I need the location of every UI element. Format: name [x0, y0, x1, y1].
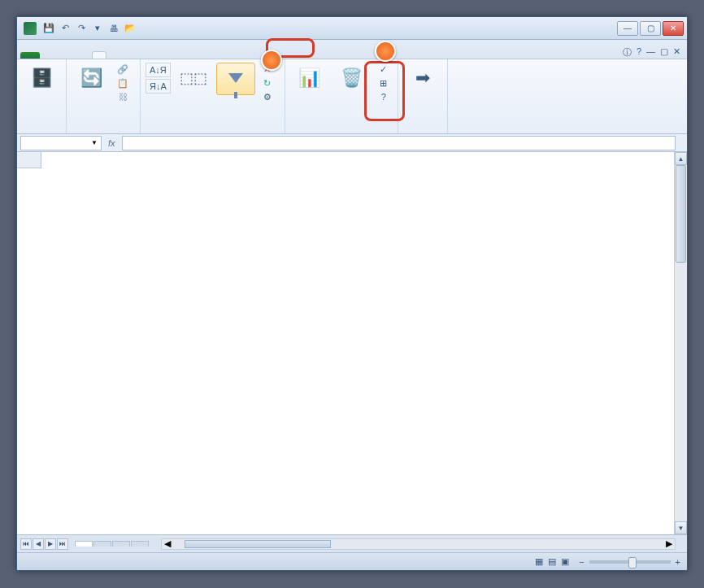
connections-button[interactable]: 🔗	[114, 63, 135, 76]
scroll-thumb[interactable]	[676, 165, 686, 263]
sheet-tab-3[interactable]	[112, 541, 130, 547]
sort-icon: ⬚⬚	[180, 65, 206, 91]
sheet-tab-2[interactable]	[93, 541, 111, 547]
tab-file[interactable]	[20, 52, 40, 59]
tab-abbyy[interactable]	[172, 52, 185, 59]
advanced-filter-button[interactable]: ⚙	[259, 90, 280, 103]
tab-data[interactable]	[92, 51, 106, 59]
dedupe-icon: 🗑️	[339, 65, 365, 91]
doc-min-icon[interactable]: —	[646, 46, 655, 59]
get-external-data-button[interactable]: 🗄️	[22, 63, 61, 95]
sort-button[interactable]: ⬚⬚	[174, 63, 213, 95]
titlebar: 💾 ↶ ↷ ▾ 🖶 📂 — ▢ ✕	[17, 17, 687, 40]
formula-input[interactable]	[122, 136, 676, 150]
remove-duplicates-button[interactable]: 🗑️	[332, 63, 372, 95]
filter-button[interactable]	[216, 63, 255, 95]
tab-insert[interactable]	[53, 52, 66, 59]
close-button[interactable]: ✕	[663, 21, 684, 36]
sheet-tab-bar: ⏮ ◀ ▶ ⏭ ◀ ▶	[17, 534, 687, 552]
sheet-nav-first[interactable]: ⏮	[20, 538, 32, 550]
whatif-icon: ?	[378, 91, 389, 102]
hscroll-thumb[interactable]	[185, 540, 331, 548]
qat-more-icon[interactable]: ▾	[90, 21, 105, 36]
status-bar: ▦ ▤ ▣ − +	[17, 552, 687, 570]
callout-1-badge	[261, 50, 282, 71]
tab-home[interactable]	[40, 52, 53, 59]
view-break-icon[interactable]: ▣	[561, 556, 569, 567]
excel-icon	[24, 22, 37, 35]
whatif-button[interactable]: ?	[375, 90, 393, 103]
quick-access-toolbar: 💾 ↶ ↷ ▾ 🖶 📂	[41, 21, 137, 36]
reapply-button[interactable]: ↻	[259, 76, 280, 89]
select-all-button[interactable]	[17, 152, 41, 168]
zoom-slider[interactable]	[589, 560, 671, 564]
ribbon-tabs: ⓘ ? — ▢ ✕	[17, 40, 687, 59]
tab-addins[interactable]	[146, 52, 159, 59]
sheet-tab-1[interactable]	[75, 541, 93, 547]
doc-close-icon[interactable]: ✕	[673, 46, 680, 59]
hscroll-right[interactable]: ▶	[663, 538, 675, 549]
name-box[interactable]: ▼	[20, 136, 102, 150]
vertical-scrollbar[interactable]: ▲ ▼	[674, 152, 687, 534]
view-normal-icon[interactable]: ▦	[535, 556, 543, 567]
help-icon[interactable]: ?	[637, 46, 641, 59]
edit-links-icon: ⛓	[117, 91, 128, 102]
connections-icon: 🔗	[117, 63, 128, 75]
properties-icon: 📋	[117, 77, 128, 89]
redo-icon[interactable]: ↷	[74, 21, 89, 36]
group-outline: ➡	[398, 59, 448, 133]
refresh-all-button[interactable]: 🔄	[72, 63, 111, 95]
validation-icon: ✓	[378, 63, 389, 75]
sort-asc-button[interactable]: A↓Я	[146, 63, 171, 77]
data-validation-button[interactable]: ✓	[375, 63, 393, 76]
minimize-ribbon-icon[interactable]: ⓘ	[623, 46, 632, 59]
scroll-up-button[interactable]: ▲	[675, 152, 687, 165]
sheet-nav-next[interactable]: ▶	[45, 538, 56, 550]
doc-restore-icon[interactable]: ▢	[660, 46, 668, 59]
namebox-dropdown-icon[interactable]: ▼	[91, 139, 98, 146]
sheet-nav-prev[interactable]: ◀	[33, 538, 44, 550]
formula-bar: ▼ fx	[17, 134, 687, 152]
fx-icon[interactable]: fx	[102, 138, 122, 148]
ribbon: 🗄️ 🔄 🔗 📋 ⛓	[17, 59, 687, 134]
callout-2-badge	[375, 41, 396, 62]
sort-desc-button[interactable]: Я↓A	[146, 79, 171, 94]
maximize-button[interactable]: ▢	[640, 21, 661, 36]
text-to-columns-button[interactable]: 📊	[290, 63, 329, 95]
reapply-icon: ↻	[262, 77, 273, 89]
open-icon[interactable]: 📂	[123, 21, 137, 36]
print-icon[interactable]: 🖶	[106, 21, 121, 36]
sort-asc-icon: A↓Я	[150, 65, 167, 75]
hscroll-left[interactable]: ◀	[162, 538, 173, 549]
scroll-down-button[interactable]: ▼	[675, 521, 687, 534]
tab-review[interactable]	[106, 52, 120, 59]
group-data-tools: 📊 🗑️ ✓ ⊞ ?	[285, 59, 398, 133]
sheet-area: ▲ ▼	[17, 152, 687, 534]
group-sort-filter: A↓Я Я↓A ⬚⬚ ✕ ↻ ⚙	[141, 59, 285, 133]
tab-dev[interactable]	[133, 52, 146, 59]
edit-links-button[interactable]: ⛓	[114, 90, 135, 103]
group-connections: 🔄 🔗 📋 ⛓	[67, 59, 141, 133]
zoom-out-button[interactable]: −	[579, 557, 584, 567]
zoom-in-button[interactable]: +	[676, 557, 680, 567]
save-icon[interactable]: 💾	[41, 21, 56, 36]
tab-layout[interactable]	[66, 52, 79, 59]
app-window: 💾 ↶ ↷ ▾ 🖶 📂 — ▢ ✕ ⓘ ? — ▢ ✕	[16, 16, 688, 571]
sort-desc-icon: Я↓A	[150, 81, 167, 91]
horizontal-scrollbar[interactable]: ◀ ▶	[161, 538, 676, 550]
undo-icon[interactable]: ↶	[58, 21, 72, 36]
consolidate-icon: ⊞	[378, 77, 389, 89]
sheet-nav-last[interactable]: ⏭	[57, 538, 68, 550]
consolidate-button[interactable]: ⊞	[375, 76, 393, 89]
properties-button[interactable]: 📋	[114, 76, 135, 89]
tab-foxit[interactable]	[159, 52, 172, 59]
minimize-button[interactable]: —	[617, 21, 638, 36]
text-cols-icon: 📊	[297, 65, 323, 91]
external-data-icon: 🗄️	[28, 65, 54, 91]
view-layout-icon[interactable]: ▤	[548, 556, 556, 567]
structure-button[interactable]: ➡	[403, 63, 442, 95]
filter-icon	[223, 65, 249, 91]
tab-view[interactable]	[120, 52, 133, 59]
sheet-tab-4[interactable]	[131, 541, 149, 547]
tab-formulas[interactable]	[79, 52, 92, 59]
